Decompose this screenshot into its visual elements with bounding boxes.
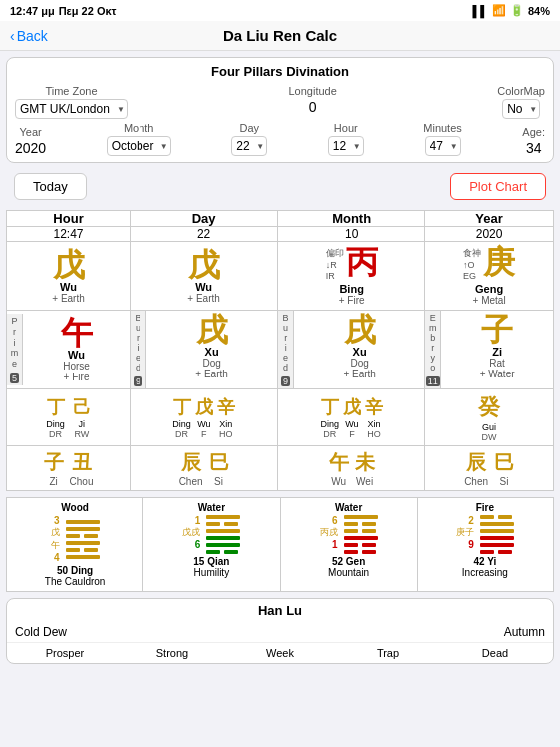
heaven-stem-row: 戊 Wu + Earth 戊 Wu + Earth 偏印 ↓R (7, 242, 554, 311)
status-day: Πεμ 22 Οκτ (59, 5, 117, 17)
month-select[interactable]: October (107, 136, 171, 156)
hour-label: Hour (334, 123, 358, 134)
earth-year-cell: Embryo 11 子 Zi Rat + Water (425, 311, 554, 389)
time-month: 10 (278, 227, 425, 242)
earth-month-char: 戌 (296, 314, 422, 346)
nav-bar: ‹ Back Da Liu Ren Calc (0, 21, 560, 51)
hour-select-wrapper[interactable]: 12 (328, 136, 364, 156)
branch-month-b-char: 未 (355, 449, 375, 476)
hs-hour-b-role: RW (73, 429, 91, 439)
colormap-select-wrapper[interactable]: No (502, 99, 540, 119)
branch-pairs-row: 子 Zi 丑 Chou 辰 Chen (7, 446, 554, 491)
day-label: Day (239, 123, 259, 134)
hs-year-pinyin: Gui (427, 422, 551, 432)
earth-hour-char: 午 (25, 317, 128, 349)
back-button[interactable]: ‹ Back (10, 28, 48, 44)
han-lu-week: Week (226, 647, 334, 659)
year-label: Year (19, 126, 41, 138)
time-year: 2020 (425, 227, 554, 242)
han-lu-dead: Dead (441, 647, 549, 659)
minutes-select[interactable]: 47 (425, 136, 461, 156)
age-group: Age: 34 (522, 126, 545, 156)
hs-year-cell: 癸 Gui DW (425, 389, 554, 446)
hs-day-a-role: DR (172, 429, 191, 439)
heaven-month-pinyin: Bing (280, 283, 422, 295)
colormap-label: ColorMap (497, 85, 545, 97)
heaven-month-cell: 偏印 ↓R IR 丙 Bing + Fire (278, 242, 425, 311)
heaven-day-elem: + Earth (133, 293, 275, 304)
hex-water-element: Water (146, 502, 276, 513)
hex-water-chars: 1 戊戌 6 (146, 515, 276, 554)
time-hour: 12:47 (7, 227, 131, 242)
hex-water2: Water 6 丙戌 1 52 Gen Mountain (281, 498, 418, 591)
hex-water2-number: 52 Gen (284, 556, 414, 567)
colormap-select[interactable]: No (502, 99, 540, 119)
earth-day-elem: + Earth (148, 369, 275, 379)
hs-day-b-char: 戊 (195, 395, 213, 419)
four-pillars-panel: Four Pillars Divination Time Zone GMT UK… (6, 57, 554, 163)
hex-water-name: Humility (146, 567, 276, 578)
heaven-month-elem: + Fire (280, 295, 422, 306)
hs-year-char-wrap: 癸 Gui DW (427, 392, 551, 442)
branch-hour-cell: 子 Zi 丑 Chou (7, 446, 131, 491)
branch-month-b-label: Wei (355, 476, 375, 487)
timezone-select-wrapper[interactable]: GMT UK/London (15, 99, 128, 119)
longitude-value: 0 (309, 99, 317, 115)
earth-hour-pinyin: Wu (25, 349, 128, 361)
branch-day-a-char: 辰 (179, 449, 203, 476)
branch-day-b-label: Si (209, 476, 229, 487)
year-value: 2020 (15, 140, 46, 156)
hex-wood: Wood 3 戊 午 4 50 Ding (7, 498, 143, 591)
heaven-hour-cell: 戊 Wu + Earth (7, 242, 131, 311)
day-group: Day 22 (231, 123, 267, 156)
han-lu-panel: Han Lu Cold Dew Autumn Prosper Strong We… (6, 598, 554, 664)
branch-year-cell: 辰 Chen 巳 Si (425, 446, 554, 491)
plot-chart-button[interactable]: Plot Chart (450, 173, 546, 200)
han-lu-season-row: Cold Dew Autumn (7, 622, 553, 643)
earth-month-sub: Dog (296, 358, 422, 369)
heaven-day-pinyin: Wu (133, 281, 275, 293)
hs-month-c-char: 辛 (365, 395, 383, 419)
earth-month-cell: Buried 9 戌 Xu Dog + Earth (278, 311, 425, 389)
col-hour: Hour (7, 211, 131, 227)
age-value: 34 (526, 140, 542, 156)
back-chevron-icon: ‹ (10, 28, 15, 44)
minutes-select-wrapper[interactable]: 47 (425, 136, 461, 156)
earth-branch-row: Prime 5 午 Wu Horse + Fire (7, 311, 554, 389)
hex-water-number: 15 Qian (146, 556, 276, 567)
hs-month-c-role: HO (365, 429, 383, 439)
hs-month-a-pinyin: Ding (320, 419, 339, 429)
earth-month-pinyin: Xu (296, 346, 422, 358)
hs-day-chars: 丁 Ding DR 戊 Wu F 辛 Xin HO (132, 395, 276, 439)
signal-icon: ▌▌ (472, 5, 488, 17)
hex-wood-chars: 3 戊 午 4 (10, 515, 140, 563)
month-group: Month October (107, 123, 171, 156)
status-time: 12:47 μμ (10, 5, 55, 17)
hs-month-a-role: DR (320, 429, 339, 439)
hex-fire-name: Increasing (420, 567, 550, 578)
month-select-wrapper[interactable]: October (107, 136, 171, 156)
battery-icon: 🔋 (510, 4, 524, 17)
hs-day-cell: 丁 Ding DR 戊 Wu F 辛 Xin HO (131, 389, 278, 446)
hs-month-cell: 丁 Ding DR 戊 Wu F 辛 Xin HO (278, 389, 425, 446)
hex-wood-element: Wood (10, 502, 140, 513)
day-select-wrapper[interactable]: 22 (231, 136, 267, 156)
heaven-hour-elem: + Earth (9, 293, 128, 304)
hidden-stems-row: 丁 Ding DR 己 Ji RW (7, 389, 554, 446)
hs-month-b-char: 戊 (343, 395, 361, 419)
hex-water2-chars: 6 丙戌 1 (284, 515, 414, 554)
battery-pct: 84% (528, 5, 550, 17)
branch-hour-a-label: Zi (44, 476, 64, 487)
timezone-select[interactable]: GMT UK/London (15, 99, 128, 119)
today-button[interactable]: Today (14, 173, 87, 200)
hs-hour-b-pinyin: Ji (73, 419, 91, 429)
day-select[interactable]: 22 (231, 136, 267, 156)
hexagram-section: Wood 3 戊 午 4 50 Ding (6, 497, 554, 592)
branch-hour-b-char: 丑 (70, 449, 94, 476)
heaven-hour-pinyin: Wu (9, 281, 128, 293)
hex-water2-element: Water (284, 502, 414, 513)
hs-year-role: DW (427, 432, 551, 442)
earth-month-elem: + Earth (296, 369, 422, 379)
han-lu-trap: Trap (334, 647, 441, 659)
hour-select[interactable]: 12 (328, 136, 364, 156)
